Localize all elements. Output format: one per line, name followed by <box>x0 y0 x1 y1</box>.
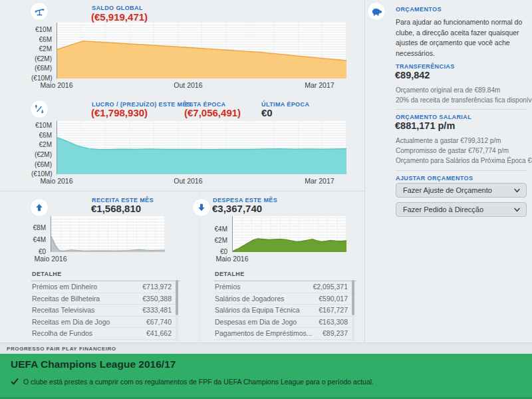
chart-plot-area <box>232 216 346 252</box>
transfers-label: TRANSFERÊNCIAS <box>396 63 455 70</box>
percent-trend-icon <box>31 100 48 118</box>
check-icon <box>11 378 19 386</box>
receita-rows: Prémios em Dinheiro€713,972Receitas de B… <box>31 281 180 342</box>
y-axis-tick: €2M <box>31 141 52 148</box>
sidebar-intro: Para ajudar ao funcionamento normal do c… <box>396 17 527 59</box>
y-axis-tick: €6M <box>31 36 52 43</box>
x-axis-label: Out 2016 <box>174 177 202 185</box>
receita-detail-table: DETALHE Prémios em Dinheiro€713,972Recei… <box>31 269 180 342</box>
budget-adjustment-dropdown[interactable]: Fazer Ajuste de Orçamento <box>396 183 527 198</box>
despesa-table-scrollbar[interactable] <box>352 280 354 341</box>
y-axis-tick: €10M <box>31 26 52 33</box>
wage-note-2: Compromisso de gastar €767,774 p/m <box>396 147 509 154</box>
table-row[interactable]: Prémios em Dinheiro€713,972 <box>31 281 180 293</box>
row-label: Pagamentos de Empréstimos... <box>214 329 312 337</box>
fair-play-progress-label: PROGRESSO FAIR PLAY FINANCEIRO <box>7 346 116 352</box>
row-value: €590,017 <box>319 295 356 303</box>
row-value: €2,095,371 <box>313 283 356 291</box>
scrollbar-thumb[interactable] <box>352 280 354 315</box>
table-row[interactable]: Pagamentos de Empréstimos...€89,237 <box>214 328 356 340</box>
row-value: €333,481 <box>142 306 180 314</box>
x-axis-label: Mar 2017 <box>305 81 334 89</box>
sidebar-title: ORÇAMENTOS <box>396 6 442 13</box>
wage-note-1: Actualmente a gastar €799,312 p/m <box>396 137 501 144</box>
x-axis-label: Out 2016 <box>174 81 202 89</box>
y-axis-tick: (€6M) <box>31 161 52 168</box>
table-row[interactable]: Recolha de Fundos€41,662 <box>31 328 180 340</box>
chart-plot-area <box>57 23 346 78</box>
compliance-status-text: O clube está prestes a cumprir com os re… <box>23 378 374 386</box>
table-row[interactable]: Salários da Equipa Técnica€167,727 <box>214 305 356 317</box>
competition-title: UEFA Champions League 2016/17 <box>11 358 176 370</box>
wage-budget-label: ORÇAMENTO SALARIAL <box>396 114 471 120</box>
balance-scale-icon <box>31 3 48 20</box>
table-row[interactable]: Despesas em Dia de Jogo€163,308 <box>214 317 356 329</box>
saldo-global-chart: €10M€6M€2M(€2M)(€6M)(€10M)Maio 2016Out 2… <box>31 23 346 89</box>
scrollbar-thumb[interactable] <box>176 280 178 315</box>
y-axis-tick: (€2M) <box>31 55 52 63</box>
y-axis-tick: €2M <box>213 237 227 244</box>
ultima-epoca-value: €0 <box>261 107 273 118</box>
row-label: Salários de Jogadores <box>214 295 284 303</box>
row-label: Prémios em Dinheiro <box>31 283 97 291</box>
board-request-dropdown[interactable]: Fazer Pedido à Direcção <box>396 202 527 217</box>
chart-plot-area <box>51 216 164 252</box>
sidebar-section-divider <box>396 109 527 110</box>
chevron-down-icon <box>513 206 521 213</box>
y-axis-tick: €4M <box>213 225 227 233</box>
row-value: €163,308 <box>319 318 356 326</box>
row-label: Receitas Televisivas <box>31 306 94 314</box>
saldo-global-value: (€5,919,471) <box>91 11 148 23</box>
table-row[interactable]: Prémios€2,095,371 <box>214 281 356 293</box>
despesa-chart: €4M€2M€0Maio 2016 <box>213 216 359 261</box>
table-row[interactable]: Receitas Televisivas€333,481 <box>31 305 180 317</box>
lucro-chart: €10M€6M€2M(€2M)(€6M)(€10M)Maio 2016Out 2… <box>31 121 346 185</box>
despesa-value: €3,367,740 <box>212 203 262 214</box>
y-axis-tick: (€6M) <box>31 65 52 72</box>
row-value: €167,727 <box>319 306 356 314</box>
row-label: Receitas de Bilheteira <box>31 295 100 303</box>
x-axis-label: Maio 2016 <box>40 177 72 185</box>
fair-play-progress-strip: PROGRESSO FAIR PLAY FINANCEIRO <box>0 342 532 354</box>
lucro-value: (€1,798,930) <box>91 107 148 118</box>
transfers-note-1: Orçamento original era de €89.84m <box>396 86 500 94</box>
row-label: Prémios <box>214 283 241 291</box>
receita-table-scrollbar[interactable] <box>176 280 178 341</box>
table-row[interactable]: Salários de Jogadores€590,017 <box>214 293 356 305</box>
chevron-down-icon <box>513 187 521 194</box>
row-value: €350,388 <box>142 295 180 303</box>
row-label: Salários da Equipa Técnica <box>214 306 300 314</box>
y-axis-tick: €6M <box>31 132 52 139</box>
dropdown-label: Fazer Ajuste de Orçamento <box>403 186 492 194</box>
dropdown-label: Fazer Pedido à Direcção <box>403 205 483 213</box>
row-label: Recolha de Fundos <box>31 329 92 337</box>
sidebar-divider <box>364 0 365 342</box>
detail-header: DETALHE <box>31 269 180 281</box>
section-divider <box>0 191 364 192</box>
y-axis-tick: €10M <box>31 122 52 129</box>
transfers-value: €89,842 <box>395 70 430 80</box>
chart-plot-area <box>57 121 346 174</box>
wage-budget-value: €881,171 p/m <box>395 120 455 131</box>
wage-note-3: Orçamento para Salários da Próxima Época… <box>396 157 532 164</box>
x-axis-label: Maio 2016 <box>40 81 72 89</box>
x-axis-label: Maio 2016 <box>215 255 248 263</box>
x-axis-label: Mar 2017 <box>305 177 334 185</box>
y-axis-tick: €2M <box>31 45 52 53</box>
receita-chart: €8M€4M€0Maio 2016 <box>31 216 178 261</box>
row-label: Receitas em Dia de Jogo <box>31 318 110 326</box>
arrow-down-icon <box>193 199 210 216</box>
row-label: Despesas em Dia de Jogo <box>214 318 297 326</box>
despesa-detail-table: DETALHE Prémios€2,095,371Salários de Jog… <box>214 269 356 342</box>
piggy-bank-icon <box>368 3 385 20</box>
y-axis-tick: (€2M) <box>31 151 52 158</box>
compliance-status: O clube está prestes a cumprir com os re… <box>11 378 374 386</box>
table-row[interactable]: Receitas em Dia de Jogo€67,740 <box>31 317 180 329</box>
table-row[interactable]: Receitas de Bilheteira€350,388 <box>31 293 180 305</box>
adjust-budgets-label: AJUSTAR ORÇAMENTOS <box>396 175 473 182</box>
y-axis-tick: €8M <box>31 224 46 231</box>
transfers-note-2: 20% da receita de transferências fica di… <box>396 96 532 104</box>
y-axis-tick: €4M <box>31 236 46 243</box>
esta-epoca-value: (€7,056,491) <box>184 107 241 118</box>
finances-screen: SALDO GLOBAL (€5,919,471) €10M€6M€2M(€2M… <box>0 0 532 399</box>
